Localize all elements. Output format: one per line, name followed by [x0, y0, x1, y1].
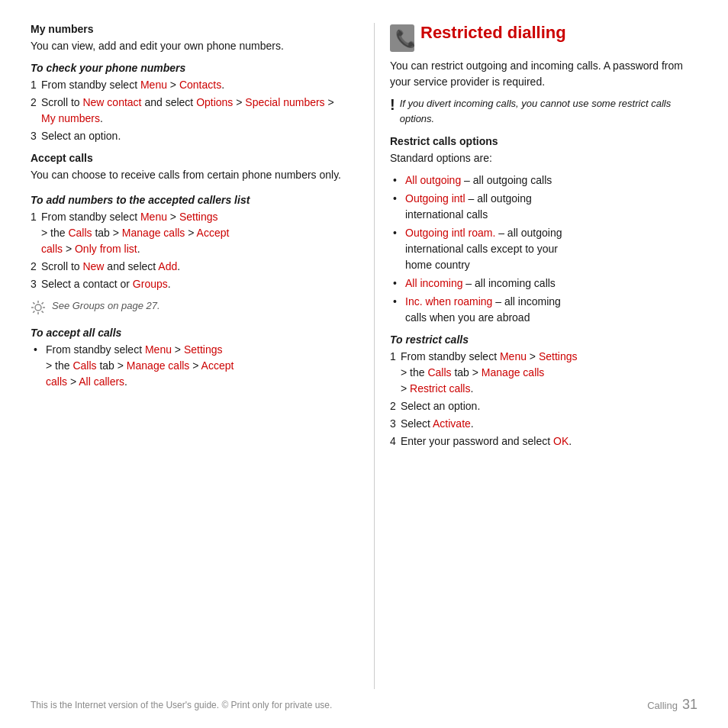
footer-section: Calling	[647, 700, 678, 711]
footer-page: 31	[682, 697, 697, 713]
page-footer: This is the Internet version of the User…	[31, 689, 697, 713]
note-text: If you divert incoming calls, you cannot…	[400, 96, 697, 126]
tip-icon	[31, 300, 46, 317]
list-item: Inc. when roaming – all incomingcalls wh…	[393, 294, 697, 326]
left-column: My numbers You can view, add and edit yo…	[31, 23, 366, 689]
footer-right: Calling 31	[647, 697, 697, 713]
accept-calls-title: Accept calls	[31, 152, 343, 164]
restrict-options-body: Standard options are:	[390, 150, 697, 166]
list-item: 3 Select Activate.	[390, 416, 697, 432]
svg-line-6	[42, 311, 43, 313]
note-box: ! If you divert incoming calls, you cann…	[390, 96, 697, 126]
list-item: 4 Enter your password and select OK.	[390, 433, 697, 449]
page: My numbers You can view, add and edit yo…	[0, 0, 728, 728]
list-item: All incoming – all incoming calls	[393, 275, 697, 292]
list-item: 3 Select a contact or Groups.	[31, 276, 343, 292]
column-divider	[374, 23, 375, 689]
restricted-dialling-header: 📞 Restricted dialling	[390, 23, 697, 52]
accept-all-title: To accept all calls	[31, 327, 343, 339]
content-columns: My numbers You can view, add and edit yo…	[31, 23, 697, 689]
footer-copyright: This is the Internet version of the User…	[31, 700, 332, 710]
add-numbers-list: 1 From standby select Menu > Settings> t…	[31, 209, 343, 292]
my-numbers-body: You can view, add and edit your own phon…	[31, 38, 343, 54]
accept-all-list: From standby select Menu > Settings> the…	[34, 342, 343, 390]
check-numbers-title: To check your phone numbers	[31, 62, 343, 74]
restrict-steps-list: 1 From standby select Menu > Settings> t…	[390, 349, 697, 449]
svg-point-0	[35, 304, 41, 311]
add-numbers-title: To add numbers to the accepted callers l…	[31, 194, 343, 206]
list-item: 1 From standby select Menu > Settings> t…	[390, 349, 697, 397]
restricted-dialling-icon: 📞	[390, 24, 414, 52]
right-column: 📞 Restricted dialling You can restrict o…	[382, 23, 697, 689]
svg-text:📞: 📞	[395, 28, 414, 49]
to-restrict-title: To restrict calls	[390, 333, 697, 346]
restricted-dialling-title: Restricted dialling	[420, 23, 566, 43]
exclamation-icon: !	[390, 96, 395, 114]
list-item: 3 Select an option.	[31, 128, 343, 144]
my-numbers-title: My numbers	[31, 23, 343, 35]
svg-line-8	[33, 311, 34, 313]
list-item: Outgoing intl – all outgoinginternationa…	[393, 191, 697, 223]
restrict-options-section: Restrict calls options Standard options …	[390, 135, 697, 326]
restrict-options-title: Restrict calls options	[390, 135, 697, 147]
list-item: Outgoing intl roam. – all outgoingintern…	[393, 225, 697, 273]
options-bullets-list: All outgoing – all outgoing calls Outgoi…	[393, 172, 697, 326]
svg-line-5	[33, 302, 34, 304]
tip-text: See Groups on page 27.	[52, 298, 160, 314]
list-item: 1 From standby select Menu > Contacts.	[31, 77, 343, 93]
rd-body: You can restrict outgoing and incoming c…	[390, 58, 697, 90]
list-item: From standby select Menu > Settings> the…	[34, 342, 343, 390]
list-item: 2 Scroll to New contact and select Optio…	[31, 95, 343, 127]
list-item: 2 Select an option.	[390, 398, 697, 414]
list-item: All outgoing – all outgoing calls	[393, 172, 697, 188]
accept-calls-body: You can choose to receive calls from cer…	[31, 167, 343, 183]
accept-calls-section: Accept calls You can choose to receive c…	[31, 152, 343, 390]
list-item: 1 From standby select Menu > Settings> t…	[31, 209, 343, 257]
check-numbers-list: 1 From standby select Menu > Contacts. 2…	[31, 77, 343, 144]
tip-box: See Groups on page 27.	[31, 298, 343, 317]
svg-line-7	[42, 302, 43, 304]
my-numbers-section: My numbers You can view, add and edit yo…	[31, 23, 343, 144]
list-item: 2 Scroll to New and select Add.	[31, 259, 343, 275]
to-restrict-section: To restrict calls 1 From standby select …	[390, 333, 697, 449]
